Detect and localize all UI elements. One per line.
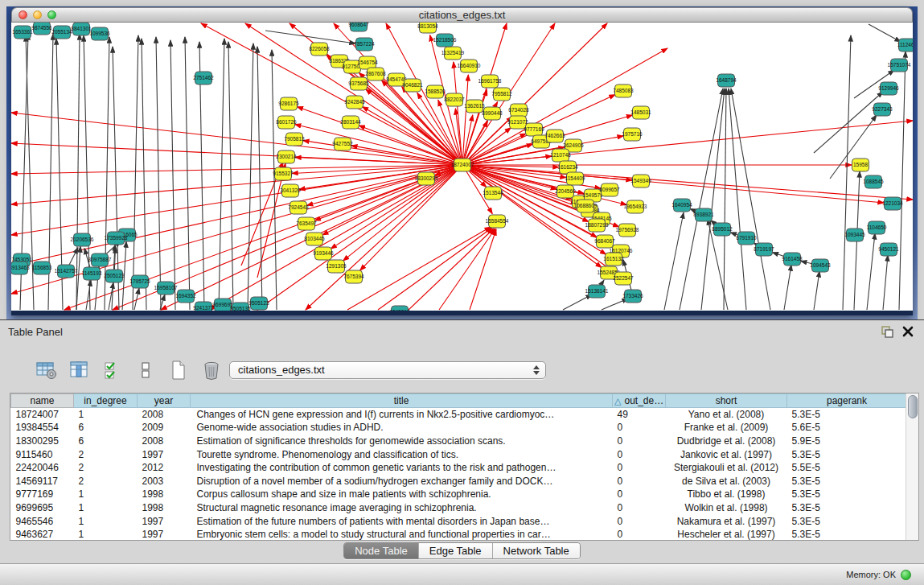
edge[interactable] (814, 271, 819, 310)
edge[interactable] (248, 43, 253, 310)
column-header-title[interactable]: title (191, 394, 613, 408)
table-selector[interactable]: citations_edges.txt (229, 361, 546, 379)
table-panel-title: Table Panel (8, 326, 63, 338)
edge[interactable] (814, 92, 883, 153)
tab-edge-table[interactable]: Edge Table (418, 543, 492, 558)
node-label: 8601726 (276, 119, 297, 125)
node-label: 1795725 (129, 278, 150, 284)
selected-edge[interactable] (306, 165, 462, 310)
selected-edge[interactable] (347, 227, 491, 310)
edge[interactable] (105, 37, 109, 310)
table-mode-icon[interactable] (35, 359, 58, 381)
edge[interactable] (867, 233, 875, 310)
selected-edge[interactable] (11, 165, 462, 235)
selected-edge[interactable] (360, 165, 462, 270)
network-window[interactable]: citations_edges.txt 18724007822605881863… (11, 7, 913, 315)
edge[interactable] (899, 51, 906, 310)
node-label: 16640910 (458, 63, 481, 68)
cell-title: Genome-wide association studies in ADHD. (191, 421, 613, 435)
create-column-icon[interactable] (167, 359, 190, 381)
selected-edge[interactable] (11, 165, 462, 266)
table-row[interactable]: 2242004622012Investigating the contribut… (11, 461, 907, 475)
cell-in_degree: 1 (74, 488, 138, 501)
cell-out_degree: 49 (613, 408, 666, 422)
column-header-name[interactable]: name (11, 394, 74, 408)
edge[interactable] (724, 89, 726, 310)
node-label: 9777169 (524, 126, 544, 132)
show-columns-icon[interactable] (68, 359, 91, 381)
cell-out_degree: 0 (613, 488, 666, 501)
node-label: 2522547 (613, 275, 634, 281)
selected-edge[interactable] (297, 107, 462, 165)
selected-edge[interactable] (11, 143, 462, 165)
column-header-in_degree[interactable]: in_degree (74, 394, 138, 408)
edge[interactable] (729, 89, 746, 310)
edge[interactable] (219, 39, 224, 310)
select-all-rows-icon[interactable] (101, 359, 124, 381)
column-header-out_degree[interactable]: △out_de… (613, 394, 666, 408)
column-header-year[interactable]: year (138, 394, 191, 408)
edge[interactable] (731, 89, 770, 310)
node-label: 15584554 (486, 218, 509, 224)
table-scrollbar[interactable] (906, 393, 918, 540)
edge[interactable] (602, 299, 628, 310)
edge[interactable] (133, 35, 138, 310)
selected-edge[interactable] (11, 165, 462, 174)
edge[interactable] (869, 24, 901, 42)
zoom-window-icon[interactable] (47, 10, 56, 19)
delete-columns-icon[interactable] (200, 359, 223, 381)
cell-name: 18300295 (11, 435, 74, 448)
selected-edge[interactable] (409, 229, 494, 310)
edge[interactable] (843, 35, 851, 310)
minimize-window-icon[interactable] (33, 10, 42, 19)
selected-edge[interactable] (378, 228, 492, 310)
cell-out_degree: 0 (613, 447, 666, 461)
cell-name: 22420046 (11, 461, 74, 475)
edge[interactable] (701, 89, 725, 310)
table-row[interactable]: 911546021997Tourette syndrome. Phenomeno… (11, 447, 907, 461)
table-row[interactable]: 946554611997Estimation of the future num… (11, 514, 907, 528)
edge[interactable] (156, 37, 161, 310)
table-row[interactable]: 969969511998Structural magnetic resonanc… (11, 501, 907, 515)
selected-edge[interactable] (343, 165, 462, 261)
column-header-pagerank[interactable]: pagerank (787, 394, 907, 408)
selected-edge[interactable] (454, 62, 462, 165)
table-row[interactable]: 1872400712008Changes of HCN gene express… (11, 408, 907, 422)
selected-edge[interactable] (209, 165, 462, 310)
node-label: 18300295 (415, 175, 438, 181)
table-row[interactable]: 946362711997Embryonic stem cells: a mode… (11, 528, 907, 541)
node-table: namein_degreeyeartitle△out_de…shortpager… (10, 393, 907, 541)
edge[interactable] (784, 265, 791, 310)
network-window-titlebar[interactable]: citations_edges.txt (11, 7, 913, 23)
close-window-icon[interactable] (18, 10, 27, 19)
edge[interactable] (142, 39, 146, 310)
node-label: 9193446 (313, 250, 334, 256)
edge[interactable] (883, 255, 888, 310)
table-row[interactable]: 977716911998Corpus callosum shape and si… (11, 488, 907, 501)
node-label: 6791910 (736, 235, 757, 241)
tab-node-table[interactable]: Node Table (344, 543, 418, 558)
node-label: 9608647 (348, 23, 369, 27)
edge[interactable] (664, 212, 684, 310)
row-height-icon[interactable] (134, 359, 157, 381)
close-panel-icon[interactable] (902, 326, 914, 337)
table-scrollbar-thumb[interactable] (908, 395, 918, 418)
column-header-short[interactable]: short (666, 394, 787, 408)
edge[interactable] (257, 47, 262, 310)
node-label: 10688609 (574, 203, 598, 208)
network-canvas[interactable]: 1872400782260588186328912750815467542867… (11, 23, 913, 311)
edge[interactable] (563, 295, 592, 310)
table-row[interactable]: 1830029562008Estimation of significance … (11, 435, 907, 448)
selected-edge[interactable] (462, 165, 884, 203)
table-row[interactable]: 1456911722003Disruption of a novel membe… (11, 474, 907, 488)
edge[interactable] (170, 40, 175, 310)
edge[interactable] (185, 37, 190, 310)
table-row[interactable]: 1938455462009Genome-wide association stu… (11, 421, 907, 435)
cell-short: Dudbridge et al. (2008) (666, 435, 787, 448)
tab-network-table[interactable]: Network Table (492, 543, 580, 558)
cell-year: 1997 (138, 528, 191, 541)
cell-name: 9699695 (11, 501, 74, 515)
float-panel-icon[interactable] (881, 326, 893, 338)
edge[interactable] (228, 42, 233, 310)
cell-title: Estimation of significance thresholds fo… (191, 435, 613, 448)
